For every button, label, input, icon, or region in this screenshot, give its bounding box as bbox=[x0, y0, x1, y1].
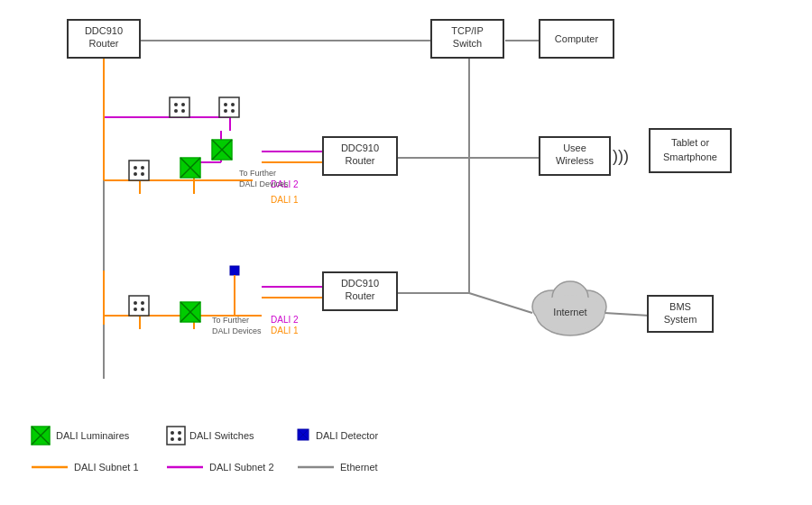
tablet-label: Tablet or bbox=[671, 137, 710, 148]
legend-luminaire-label: DALI Luminaires bbox=[56, 430, 130, 441]
svg-point-74 bbox=[174, 109, 178, 113]
svg-line-8 bbox=[604, 313, 650, 316]
svg-point-66 bbox=[224, 109, 227, 113]
switch-3 bbox=[129, 296, 149, 316]
diagram-container: DALI 2 DALI 2 DALI 1 DALI 1 bbox=[0, 0, 812, 505]
svg-text:Router: Router bbox=[88, 38, 118, 49]
svg-point-70 bbox=[134, 308, 137, 311]
svg-point-75 bbox=[181, 109, 185, 113]
tablet-box bbox=[650, 129, 731, 172]
svg-text:DALI Devices: DALI Devices bbox=[239, 179, 289, 188]
svg-text:Wireless: Wireless bbox=[556, 155, 595, 166]
svg-point-71 bbox=[141, 308, 144, 311]
svg-point-64 bbox=[224, 103, 227, 106]
svg-text:System: System bbox=[664, 314, 697, 325]
svg-point-78 bbox=[171, 431, 174, 435]
svg-text:Router: Router bbox=[345, 290, 374, 301]
svg-point-63 bbox=[141, 172, 144, 176]
switch-small-top bbox=[170, 97, 189, 117]
internet-label: Internet bbox=[553, 307, 586, 317]
svg-point-62 bbox=[134, 172, 137, 176]
svg-point-80 bbox=[171, 437, 174, 441]
svg-point-68 bbox=[134, 301, 137, 305]
ddc910-top-label: DDC910 bbox=[85, 25, 123, 36]
legend-subnet1-label: DALI Subnet 1 bbox=[74, 462, 139, 473]
svg-point-65 bbox=[231, 103, 235, 106]
svg-text:Smartphone: Smartphone bbox=[663, 152, 717, 162]
legend-detector-label: DALI Detector bbox=[316, 430, 378, 441]
legend-subnet2-label: DALI Subnet 2 bbox=[209, 462, 274, 473]
svg-rect-37 bbox=[230, 266, 239, 275]
legend-switch-label: DALI Switches bbox=[189, 430, 254, 441]
ddc910-mid-label: DDC910 bbox=[341, 142, 379, 153]
legend-switch-icon bbox=[167, 427, 185, 445]
diagram-svg: DALI 2 DALI 2 DALI 1 DALI 1 bbox=[0, 0, 812, 505]
svg-point-61 bbox=[141, 166, 144, 170]
svg-point-67 bbox=[231, 109, 235, 113]
svg-text:Router: Router bbox=[345, 155, 374, 166]
ddc910-bot-label: DDC910 bbox=[341, 278, 379, 289]
svg-point-79 bbox=[178, 431, 181, 435]
svg-point-73 bbox=[181, 103, 185, 106]
svg-text:DALI Devices: DALI Devices bbox=[212, 326, 262, 335]
svg-text:DALI 1: DALI 1 bbox=[271, 326, 299, 335]
to-further-dali-top: To Further bbox=[239, 169, 276, 178]
svg-point-60 bbox=[134, 166, 137, 170]
svg-point-69 bbox=[141, 301, 144, 305]
switch-2 bbox=[219, 97, 239, 117]
usee-wireless-label: Usee bbox=[563, 142, 586, 153]
svg-point-81 bbox=[178, 437, 181, 441]
tcpip-switch-label: TCP/IP bbox=[451, 25, 483, 36]
svg-text:DALI 1: DALI 1 bbox=[271, 195, 299, 205]
to-further-dali-bot: To Further bbox=[212, 316, 249, 325]
svg-line-7 bbox=[469, 293, 532, 313]
computer-label: Computer bbox=[555, 33, 599, 44]
svg-point-72 bbox=[174, 103, 178, 106]
switch-1 bbox=[129, 161, 149, 180]
svg-text:DALI 2: DALI 2 bbox=[271, 315, 299, 325]
legend-ethernet-label: Ethernet bbox=[340, 462, 378, 473]
svg-text:Switch: Switch bbox=[453, 38, 482, 49]
bms-label: BMS bbox=[669, 301, 691, 312]
wifi-icon: ))) bbox=[613, 147, 629, 165]
